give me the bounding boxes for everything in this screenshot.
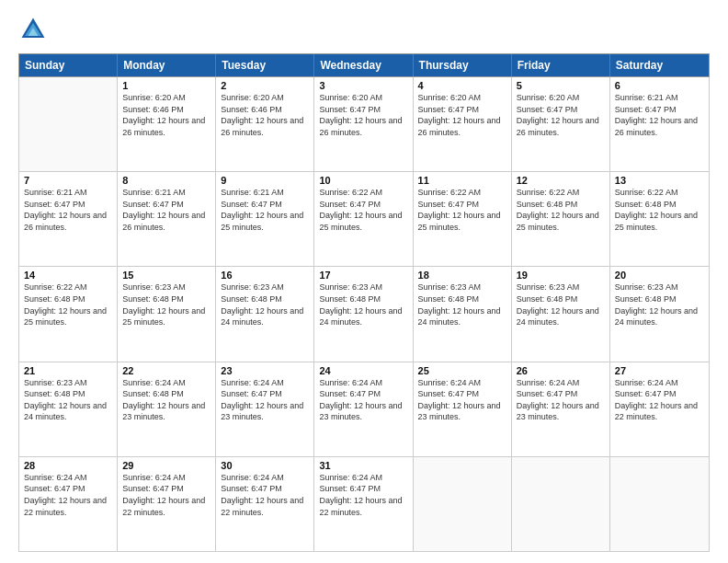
- logo-icon: [18, 15, 48, 44]
- weekday-header-wednesday: Wednesday: [314, 54, 413, 76]
- cal-cell-22: 22Sunrise: 6:24 AM Sunset: 6:48 PM Dayli…: [118, 362, 216, 456]
- day-info: Sunrise: 6:21 AM Sunset: 6:47 PM Dayligh…: [122, 187, 210, 233]
- cal-cell-30: 30Sunrise: 6:24 AM Sunset: 6:47 PM Dayli…: [216, 457, 314, 551]
- week-row-4: 21Sunrise: 6:23 AM Sunset: 6:48 PM Dayli…: [19, 362, 709, 457]
- day-number: 31: [319, 460, 407, 471]
- day-number: 4: [418, 80, 506, 91]
- cal-cell-1: 1Sunrise: 6:20 AM Sunset: 6:46 PM Daylig…: [118, 77, 216, 171]
- cal-cell-empty-4-5: [512, 457, 610, 551]
- week-row-5: 28Sunrise: 6:24 AM Sunset: 6:47 PM Dayli…: [19, 457, 709, 551]
- day-info: Sunrise: 6:24 AM Sunset: 6:47 PM Dayligh…: [319, 472, 407, 518]
- day-number: 3: [319, 80, 407, 91]
- day-info: Sunrise: 6:23 AM Sunset: 6:48 PM Dayligh…: [221, 282, 309, 327]
- day-info: Sunrise: 6:23 AM Sunset: 6:48 PM Dayligh…: [418, 282, 506, 327]
- day-info: Sunrise: 6:20 AM Sunset: 6:47 PM Dayligh…: [517, 92, 605, 138]
- page: SundayMondayTuesdayWednesdayThursdayFrid…: [0, 0, 728, 563]
- day-number: 10: [319, 175, 407, 186]
- header: [18, 15, 710, 44]
- day-info: Sunrise: 6:24 AM Sunset: 6:47 PM Dayligh…: [221, 472, 309, 518]
- day-number: 19: [517, 270, 605, 281]
- day-number: 6: [615, 80, 704, 91]
- logo: [18, 15, 53, 44]
- day-info: Sunrise: 6:21 AM Sunset: 6:47 PM Dayligh…: [615, 92, 704, 138]
- day-number: 2: [221, 80, 309, 91]
- cal-cell-10: 10Sunrise: 6:22 AM Sunset: 6:47 PM Dayli…: [314, 172, 413, 266]
- weekday-header-sunday: Sunday: [19, 54, 118, 76]
- day-number: 5: [517, 80, 605, 91]
- weekday-header-saturday: Saturday: [610, 54, 709, 76]
- day-info: Sunrise: 6:20 AM Sunset: 6:47 PM Dayligh…: [418, 92, 506, 138]
- calendar-header: SundayMondayTuesdayWednesdayThursdayFrid…: [18, 53, 710, 77]
- cal-cell-25: 25Sunrise: 6:24 AM Sunset: 6:47 PM Dayli…: [414, 362, 512, 456]
- weekday-header-friday: Friday: [512, 54, 610, 76]
- day-number: 17: [319, 270, 407, 281]
- cal-cell-24: 24Sunrise: 6:24 AM Sunset: 6:47 PM Dayli…: [314, 362, 413, 456]
- day-info: Sunrise: 6:24 AM Sunset: 6:47 PM Dayligh…: [615, 377, 704, 423]
- day-info: Sunrise: 6:21 AM Sunset: 6:47 PM Dayligh…: [221, 187, 309, 233]
- cal-cell-31: 31Sunrise: 6:24 AM Sunset: 6:47 PM Dayli…: [314, 457, 413, 551]
- day-info: Sunrise: 6:23 AM Sunset: 6:48 PM Dayligh…: [122, 282, 210, 327]
- day-number: 16: [221, 270, 309, 281]
- day-number: 12: [517, 175, 605, 186]
- day-number: 18: [418, 270, 506, 281]
- cal-cell-4: 4Sunrise: 6:20 AM Sunset: 6:47 PM Daylig…: [414, 77, 512, 171]
- day-info: Sunrise: 6:22 AM Sunset: 6:47 PM Dayligh…: [319, 187, 407, 233]
- day-info: Sunrise: 6:22 AM Sunset: 6:48 PM Dayligh…: [24, 282, 112, 327]
- cal-cell-8: 8Sunrise: 6:21 AM Sunset: 6:47 PM Daylig…: [118, 172, 216, 266]
- day-info: Sunrise: 6:23 AM Sunset: 6:48 PM Dayligh…: [319, 282, 407, 327]
- calendar: SundayMondayTuesdayWednesdayThursdayFrid…: [18, 53, 710, 552]
- cal-cell-13: 13Sunrise: 6:22 AM Sunset: 6:48 PM Dayli…: [610, 172, 709, 266]
- day-info: Sunrise: 6:21 AM Sunset: 6:47 PM Dayligh…: [24, 187, 112, 233]
- day-number: 13: [615, 175, 704, 186]
- day-info: Sunrise: 6:23 AM Sunset: 6:48 PM Dayligh…: [517, 282, 605, 327]
- day-info: Sunrise: 6:24 AM Sunset: 6:47 PM Dayligh…: [517, 377, 605, 423]
- day-number: 8: [122, 175, 210, 186]
- day-number: 25: [418, 365, 506, 376]
- day-info: Sunrise: 6:20 AM Sunset: 6:47 PM Dayligh…: [319, 92, 407, 138]
- cal-cell-empty-4-4: [414, 457, 512, 551]
- cal-cell-2: 2Sunrise: 6:20 AM Sunset: 6:46 PM Daylig…: [216, 77, 314, 171]
- day-info: Sunrise: 6:24 AM Sunset: 6:48 PM Dayligh…: [122, 377, 210, 423]
- weekday-header-tuesday: Tuesday: [216, 54, 314, 76]
- day-info: Sunrise: 6:22 AM Sunset: 6:48 PM Dayligh…: [517, 187, 605, 233]
- day-info: Sunrise: 6:20 AM Sunset: 6:46 PM Dayligh…: [122, 92, 210, 138]
- cal-cell-20: 20Sunrise: 6:23 AM Sunset: 6:48 PM Dayli…: [610, 267, 709, 361]
- day-number: 21: [24, 365, 112, 376]
- cal-cell-11: 11Sunrise: 6:22 AM Sunset: 6:47 PM Dayli…: [414, 172, 512, 266]
- week-row-1: 1Sunrise: 6:20 AM Sunset: 6:46 PM Daylig…: [19, 77, 709, 172]
- cal-cell-17: 17Sunrise: 6:23 AM Sunset: 6:48 PM Dayli…: [314, 267, 413, 361]
- cal-cell-12: 12Sunrise: 6:22 AM Sunset: 6:48 PM Dayli…: [512, 172, 610, 266]
- cal-cell-28: 28Sunrise: 6:24 AM Sunset: 6:47 PM Dayli…: [19, 457, 118, 551]
- cal-cell-19: 19Sunrise: 6:23 AM Sunset: 6:48 PM Dayli…: [512, 267, 610, 361]
- weekday-header-thursday: Thursday: [414, 54, 512, 76]
- cal-cell-9: 9Sunrise: 6:21 AM Sunset: 6:47 PM Daylig…: [216, 172, 314, 266]
- cal-cell-empty-0-0: [19, 77, 118, 171]
- day-number: 24: [319, 365, 407, 376]
- day-number: 26: [517, 365, 605, 376]
- cal-cell-3: 3Sunrise: 6:20 AM Sunset: 6:47 PM Daylig…: [314, 77, 413, 171]
- cal-cell-26: 26Sunrise: 6:24 AM Sunset: 6:47 PM Dayli…: [512, 362, 610, 456]
- day-info: Sunrise: 6:22 AM Sunset: 6:47 PM Dayligh…: [418, 187, 506, 233]
- day-info: Sunrise: 6:23 AM Sunset: 6:48 PM Dayligh…: [615, 282, 704, 327]
- cal-cell-empty-4-6: [610, 457, 709, 551]
- day-number: 28: [24, 460, 112, 471]
- day-number: 20: [615, 270, 704, 281]
- day-number: 22: [122, 365, 210, 376]
- cal-cell-6: 6Sunrise: 6:21 AM Sunset: 6:47 PM Daylig…: [610, 77, 709, 171]
- cal-cell-7: 7Sunrise: 6:21 AM Sunset: 6:47 PM Daylig…: [19, 172, 118, 266]
- day-number: 29: [122, 460, 210, 471]
- day-number: 15: [122, 270, 210, 281]
- day-info: Sunrise: 6:24 AM Sunset: 6:47 PM Dayligh…: [24, 472, 112, 518]
- day-number: 9: [221, 175, 309, 186]
- cal-cell-15: 15Sunrise: 6:23 AM Sunset: 6:48 PM Dayli…: [118, 267, 216, 361]
- day-number: 11: [418, 175, 506, 186]
- day-number: 7: [24, 175, 112, 186]
- day-info: Sunrise: 6:24 AM Sunset: 6:47 PM Dayligh…: [418, 377, 506, 423]
- cal-cell-18: 18Sunrise: 6:23 AM Sunset: 6:48 PM Dayli…: [414, 267, 512, 361]
- cal-cell-23: 23Sunrise: 6:24 AM Sunset: 6:47 PM Dayli…: [216, 362, 314, 456]
- day-info: Sunrise: 6:24 AM Sunset: 6:47 PM Dayligh…: [319, 377, 407, 423]
- day-info: Sunrise: 6:23 AM Sunset: 6:48 PM Dayligh…: [24, 377, 112, 423]
- calendar-body: 1Sunrise: 6:20 AM Sunset: 6:46 PM Daylig…: [18, 77, 710, 552]
- day-info: Sunrise: 6:22 AM Sunset: 6:48 PM Dayligh…: [615, 187, 704, 233]
- day-info: Sunrise: 6:24 AM Sunset: 6:47 PM Dayligh…: [122, 472, 210, 518]
